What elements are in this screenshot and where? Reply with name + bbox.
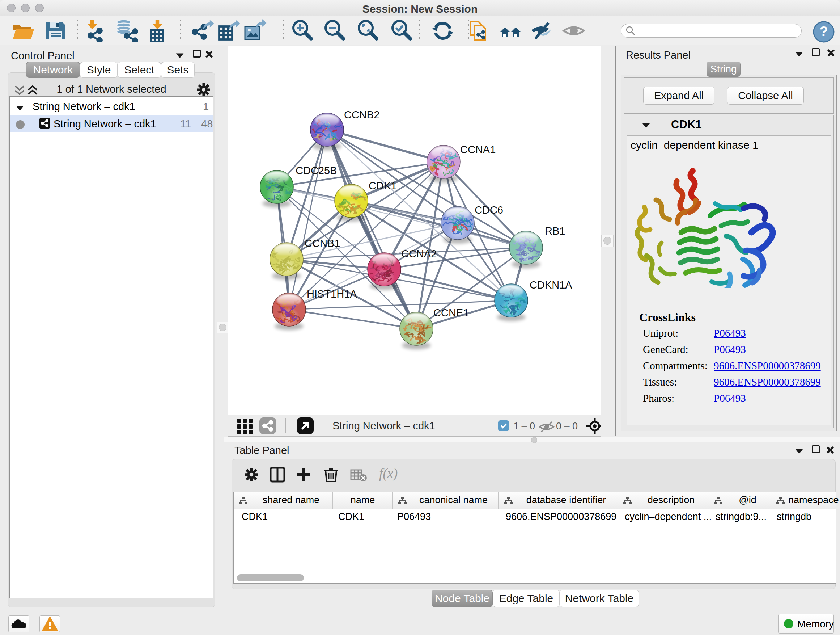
svg-text:HIST1H1A: HIST1H1A: [307, 288, 357, 300]
svg-text:CCNE1: CCNE1: [433, 307, 469, 318]
svg-text:CCNB1: CCNB1: [305, 238, 340, 249]
svg-text:CDC6: CDC6: [475, 204, 503, 216]
svg-text:CCNA1: CCNA1: [460, 144, 496, 155]
svg-text:CDK1: CDK1: [369, 180, 396, 192]
svg-text:?: ?: [819, 24, 828, 39]
svg-text:CCNB2: CCNB2: [344, 109, 379, 120]
svg-text:CCNA2: CCNA2: [401, 248, 437, 260]
svg-text:RB1: RB1: [545, 225, 565, 237]
svg-text:CDKN1A: CDKN1A: [530, 279, 572, 291]
svg-text:CDC25B: CDC25B: [295, 165, 337, 176]
